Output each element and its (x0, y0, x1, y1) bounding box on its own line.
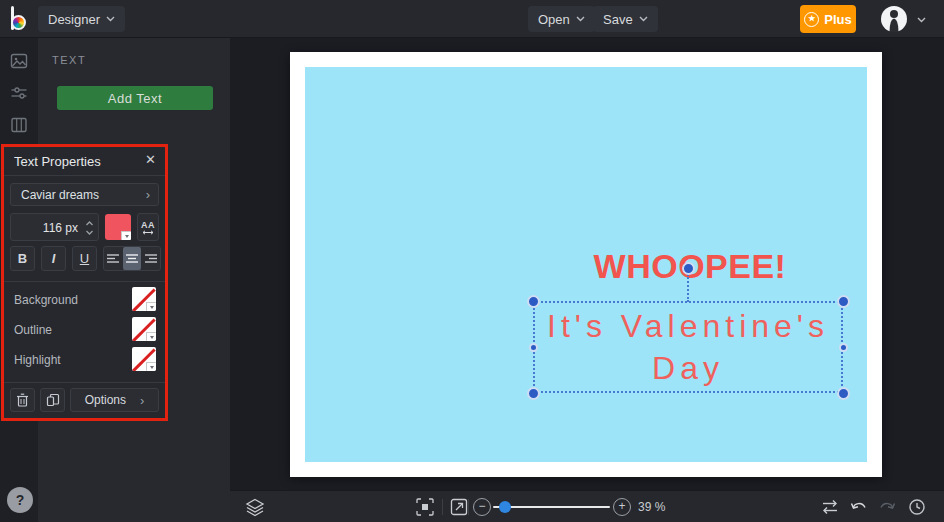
divider (4, 175, 165, 176)
resize-handle-mid-right[interactable] (839, 343, 848, 352)
font-family-value: Caviar dreams (21, 188, 146, 202)
save-button[interactable]: Save (593, 6, 658, 32)
save-label: Save (603, 12, 633, 27)
trash-icon (16, 393, 29, 407)
stepper-arrows-icon[interactable] (85, 219, 94, 237)
templates-grid-icon[interactable] (10, 116, 28, 134)
options-label: Options (85, 393, 126, 407)
divider (4, 382, 165, 383)
open-label: Open (538, 12, 570, 27)
top-bar: Designer Open Save ★ Plus (0, 0, 944, 38)
rotation-connector-line (687, 274, 689, 302)
font-size-input[interactable]: 116 px (10, 213, 99, 241)
align-left-icon[interactable] (104, 247, 123, 270)
zoom-slider[interactable] (493, 506, 610, 508)
resize-handle-mid-left[interactable] (529, 343, 538, 352)
avatar-chevron-down-icon[interactable] (917, 17, 926, 23)
adjustments-icon[interactable] (10, 84, 28, 102)
align-right-icon[interactable] (141, 247, 160, 270)
swatch-dropdown-icon[interactable] (146, 302, 156, 311)
text-properties-title: Text Properties (14, 154, 101, 169)
chevron-right-icon: › (146, 187, 150, 202)
align-center-icon[interactable] (123, 247, 142, 270)
italic-button[interactable]: I (41, 246, 66, 271)
font-size-value: 116 px (43, 221, 78, 235)
text-align-group (103, 246, 161, 271)
user-avatar[interactable] (880, 5, 908, 33)
background-label: Background (14, 293, 78, 307)
befunky-logo-icon[interactable] (9, 6, 33, 32)
chevron-right-icon: › (140, 393, 144, 408)
bold-button[interactable]: B (10, 246, 35, 271)
image-manager-icon[interactable] (10, 52, 28, 70)
horizontal-arrows-icon (142, 230, 154, 235)
zoom-percent-value: 39 % (638, 500, 665, 514)
text-properties-panel: Text Properties ✕ Caviar dreams › 116 px… (1, 144, 168, 421)
zoom-slider-thumb[interactable] (499, 501, 511, 513)
rotation-handle[interactable] (682, 262, 695, 275)
star-icon: ★ (804, 12, 819, 27)
chevron-down-icon (639, 16, 648, 22)
plus-icon: + (618, 499, 625, 513)
chevron-down-icon (576, 16, 585, 22)
resize-handle-top-right[interactable] (837, 295, 850, 308)
aa-label: AA (141, 220, 155, 230)
underline-button[interactable]: U (72, 246, 97, 271)
underline-label: U (80, 251, 89, 266)
compare-icon[interactable] (820, 498, 840, 516)
selection-bounding-box[interactable] (533, 301, 843, 393)
undo-icon[interactable] (850, 498, 868, 516)
avatar-icon (880, 5, 908, 33)
resize-handle-top-left[interactable] (527, 295, 540, 308)
minus-icon: − (478, 499, 485, 513)
plus-label: Plus (824, 12, 851, 27)
italic-label: I (52, 251, 56, 266)
layers-icon[interactable] (245, 498, 265, 517)
highlight-color-swatch[interactable] (132, 347, 156, 371)
highlight-label: Highlight (14, 353, 61, 367)
delete-button[interactable] (10, 388, 35, 412)
full-size-icon[interactable] (450, 498, 468, 516)
zoom-in-button[interactable]: + (613, 498, 631, 516)
outline-label: Outline (14, 323, 52, 337)
bottom-bar: − + 39 % (230, 490, 944, 522)
duplicate-icon (46, 393, 60, 407)
designer-menu-label: Designer (48, 12, 100, 27)
outline-color-swatch[interactable] (132, 317, 156, 341)
swatch-dropdown-icon[interactable] (146, 332, 156, 341)
swatch-dropdown-icon[interactable] (121, 231, 131, 240)
font-family-select[interactable]: Caviar dreams › (10, 183, 159, 206)
divider (4, 281, 165, 282)
letter-spacing-button[interactable]: AA (137, 213, 159, 241)
open-button[interactable]: Open (528, 6, 595, 32)
zoom-out-button[interactable]: − (473, 498, 491, 516)
add-text-button[interactable]: Add Text (57, 86, 213, 110)
help-label: ? (16, 492, 25, 508)
fit-to-screen-icon[interactable] (416, 498, 434, 516)
resize-handle-bottom-right[interactable] (837, 387, 850, 400)
history-clock-icon[interactable] (908, 498, 926, 516)
chevron-down-icon (106, 16, 115, 22)
options-button[interactable]: Options › (70, 388, 159, 412)
swatch-dropdown-icon[interactable] (146, 362, 156, 371)
designer-menu-button[interactable]: Designer (38, 6, 125, 32)
add-text-label: Add Text (108, 91, 162, 106)
divider (442, 499, 443, 515)
help-button[interactable]: ? (7, 487, 33, 513)
divider (468, 499, 469, 515)
background-color-swatch[interactable] (132, 287, 156, 311)
text-color-swatch[interactable] (105, 214, 131, 240)
resize-handle-bottom-left[interactable] (527, 387, 540, 400)
duplicate-button[interactable] (40, 388, 65, 412)
close-icon[interactable]: ✕ (145, 152, 156, 167)
panel-section-title: TEXT (52, 54, 86, 66)
redo-icon[interactable] (878, 498, 896, 516)
plus-upgrade-button[interactable]: ★ Plus (800, 5, 856, 33)
bold-label: B (18, 251, 27, 266)
